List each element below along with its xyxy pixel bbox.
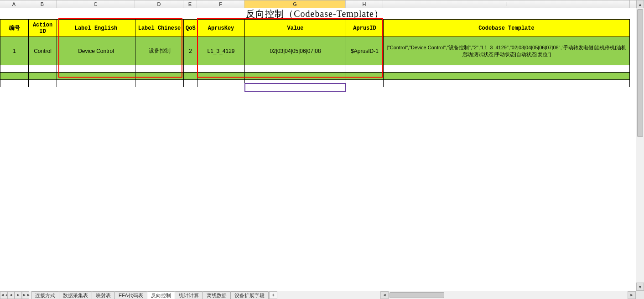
hdr-apruskey[interactable]: AprusKey <box>197 20 245 37</box>
cell[interactable] <box>384 80 630 87</box>
cell[interactable] <box>184 80 197 87</box>
sheet-tab-data-collect[interactable]: 数据采集表 <box>59 291 92 299</box>
cell[interactable] <box>245 65 346 73</box>
cell[interactable] <box>197 80 245 87</box>
cell[interactable] <box>346 80 384 87</box>
cell[interactable] <box>197 73 245 80</box>
sheet-tab-connection[interactable]: 连接方式 <box>31 291 59 299</box>
scroll-right-button[interactable]: ► <box>628 291 636 299</box>
cell-label-chinese[interactable]: 设备控制 <box>135 37 184 65</box>
col-header-H[interactable]: H <box>346 0 383 8</box>
cell-number[interactable]: 1 <box>0 37 29 65</box>
tab-nav-first[interactable]: ◄◄ <box>0 291 7 299</box>
scroll-left-button[interactable]: ◄ <box>380 291 389 299</box>
scroll-down-button[interactable]: ▼ <box>636 283 644 291</box>
hdr-qos[interactable]: QoS <box>184 20 197 37</box>
col-header-I[interactable]: I <box>383 0 629 8</box>
hdr-aprusid[interactable]: AprusID <box>346 20 384 37</box>
cell[interactable] <box>57 73 135 80</box>
cell[interactable] <box>184 73 197 80</box>
horizontal-scrollbar[interactable]: ◄ ► <box>380 291 636 299</box>
table-row-green <box>0 73 630 80</box>
sheet-tab-mapping[interactable]: 映射表 <box>92 291 115 299</box>
cell-aprusid[interactable]: $AprusID-1 <box>346 37 384 65</box>
sheet-tab-strip: ◄◄ ◄ ► ►► 连接方式 数据采集表 映射表 EFA代码表 反向控制 统计计… <box>0 291 380 299</box>
hdr-label-chinese[interactable]: Label Chinese <box>135 20 184 37</box>
cell[interactable] <box>245 80 346 87</box>
cell[interactable] <box>135 73 184 80</box>
tab-nav-next[interactable]: ► <box>15 291 22 299</box>
tab-nav-last[interactable]: ►► <box>22 291 29 299</box>
cell[interactable] <box>135 80 184 87</box>
cell[interactable] <box>245 73 346 80</box>
cell[interactable] <box>29 73 57 80</box>
cell[interactable] <box>57 65 135 73</box>
cell-action-id[interactable]: Control <box>29 37 57 65</box>
scroll-corner <box>636 291 644 299</box>
sheet-nav-buttons: ◄◄ ◄ ► ►► <box>0 291 29 299</box>
hdr-label-english[interactable]: Label English <box>57 20 135 37</box>
worksheet-area[interactable]: 反向控制（Codebase-Template） 编号 Action ID Lab… <box>0 8 636 291</box>
table-header-row: 编号 Action ID Label English Label Chinese… <box>0 20 630 37</box>
cell[interactable] <box>197 65 245 73</box>
cell[interactable] <box>346 73 384 80</box>
col-header-gutter <box>629 0 630 8</box>
cell-qos[interactable]: 2 <box>184 37 197 65</box>
cell[interactable] <box>0 73 29 80</box>
sheet-tab-device-ext[interactable]: 设备扩展字段 <box>230 291 269 299</box>
cell[interactable] <box>29 65 57 73</box>
cell[interactable] <box>184 65 197 73</box>
table-row-empty <box>0 65 630 73</box>
col-header-E[interactable]: E <box>183 0 197 8</box>
scroll-up-button[interactable]: ▲ <box>636 0 644 8</box>
cell-value[interactable]: 02|03|04|05|06|07|08 <box>245 37 346 65</box>
cell[interactable] <box>135 65 184 73</box>
hdr-codebase-template[interactable]: Codebase Template <box>384 20 630 37</box>
vertical-scrollbar[interactable]: ▲ ▼ <box>636 0 644 291</box>
cell[interactable] <box>0 65 29 73</box>
col-header-B[interactable]: B <box>28 0 57 8</box>
table-row-empty <box>0 80 630 87</box>
hdr-number[interactable]: 编号 <box>0 20 29 37</box>
data-table: 编号 Action ID Label English Label Chinese… <box>0 19 630 87</box>
col-header-F[interactable]: F <box>197 0 244 8</box>
hscroll-track[interactable] <box>389 291 628 299</box>
cell[interactable] <box>29 80 57 87</box>
cell[interactable] <box>346 65 384 73</box>
cell[interactable] <box>0 80 29 87</box>
table-row: 1 Control Device Control 设备控制 2 L1_3_412… <box>0 37 630 65</box>
hscroll-thumb[interactable] <box>390 292 444 298</box>
column-header-row: A B C D E F G H I <box>0 0 644 8</box>
sheet-tab-reverse-control[interactable]: 反向控制 <box>147 291 175 299</box>
cell-codebase-template[interactable]: ["Control","Device Control","设备控制","2","… <box>384 37 630 65</box>
sheet-title: 反向控制（Codebase-Template） <box>0 8 629 19</box>
sheet-tab-efa-code[interactable]: EFA代码表 <box>114 291 147 299</box>
col-header-D[interactable]: D <box>135 0 183 8</box>
hdr-action-id[interactable]: Action ID <box>29 20 57 37</box>
new-sheet-icon[interactable]: ✦ <box>269 291 277 299</box>
sheet-tab-stat-calc[interactable]: 统计计算 <box>175 291 203 299</box>
cell[interactable] <box>384 73 630 80</box>
cell-apruskey[interactable]: L1_3_4129 <box>197 37 245 65</box>
cell[interactable] <box>384 65 630 73</box>
tab-nav-prev[interactable]: ◄ <box>7 291 15 299</box>
col-header-C[interactable]: C <box>57 0 135 8</box>
col-header-G[interactable]: G <box>244 0 346 8</box>
col-header-A[interactable]: A <box>0 0 28 8</box>
sheet-tab-offline-data[interactable]: 离线数据 <box>203 291 231 299</box>
vscroll-thumb[interactable] <box>637 9 643 137</box>
hdr-value[interactable]: Value <box>245 20 346 37</box>
cell-label-english[interactable]: Device Control <box>57 37 135 65</box>
cell[interactable] <box>57 80 135 87</box>
